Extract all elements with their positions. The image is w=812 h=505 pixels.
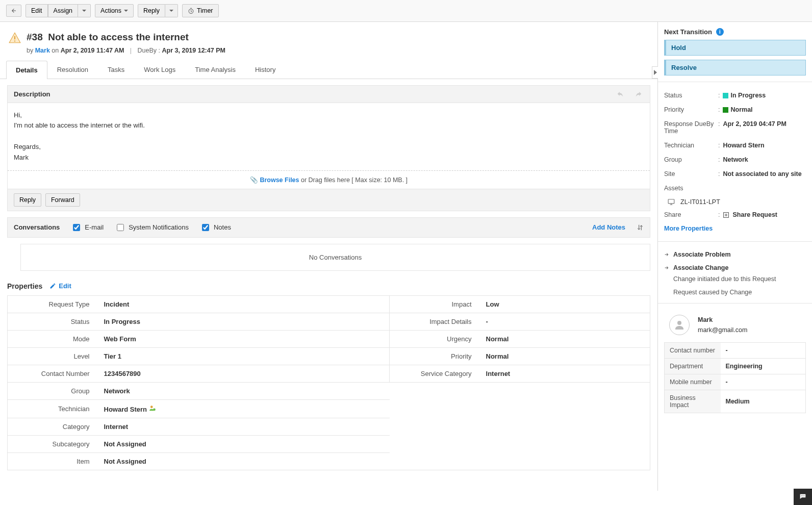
transition-hold-button[interactable]: Hold — [664, 40, 806, 56]
by-label: by — [27, 47, 33, 54]
tab-time-analysis[interactable]: Time Analysis — [185, 60, 245, 79]
more-properties-link[interactable]: More Properties — [664, 222, 713, 235]
share-value[interactable]: Share Request — [732, 211, 777, 218]
ticket-id: #38 — [27, 32, 43, 42]
svg-point-5 — [677, 321, 681, 325]
sort-toggle[interactable] — [637, 223, 644, 232]
prop-key: Request Type — [8, 295, 97, 313]
chevron-right-icon — [654, 70, 657, 75]
browse-files-link[interactable]: Browse Files — [260, 176, 299, 184]
arrow-left-icon — [11, 8, 17, 14]
prop-key: Contact Number — [8, 365, 97, 382]
caret-down-icon — [124, 10, 128, 12]
contact-value: Medium — [721, 390, 806, 413]
response-due-label: Response DueBy Time — [664, 120, 715, 135]
prop-key — [390, 382, 479, 399]
requester-name: Mark — [698, 316, 747, 323]
status-label: Status — [664, 92, 715, 99]
assets-label: Assets — [664, 185, 715, 192]
prop-value — [479, 452, 650, 470]
contact-key: Department — [665, 359, 721, 374]
desc-line: Regards, — [14, 142, 644, 153]
tab-details[interactable]: Details — [6, 61, 47, 79]
group-value: Network — [723, 156, 806, 163]
info-icon[interactable]: i — [716, 28, 724, 36]
prop-value: Not Assigned — [97, 435, 390, 452]
associate-change-link[interactable]: Associate Change — [664, 261, 806, 274]
prop-value: Incident — [97, 295, 390, 313]
sysnotif-checkbox[interactable] — [117, 224, 124, 231]
desc-forward-button[interactable]: Forward — [45, 193, 80, 207]
associate-problem-link[interactable]: Associate Problem — [664, 248, 806, 261]
chat-button[interactable] — [794, 489, 812, 491]
email-checkbox[interactable] — [73, 224, 80, 231]
actions-button[interactable]: Actions — [95, 4, 134, 17]
conversations-empty: No Conversations — [20, 244, 650, 271]
requester-details-table: Contact number-DepartmentEngineeringMobi… — [664, 342, 806, 413]
ticket-header: #38 Not able to access the internet by M… — [0, 22, 657, 60]
prop-value: Not Assigned — [97, 452, 390, 470]
filter-system-notifications[interactable]: System Notifications — [115, 222, 189, 233]
forward-arrow-icon[interactable] — [633, 90, 644, 97]
prop-value — [479, 399, 650, 418]
monitor-icon — [667, 198, 675, 206]
contact-value: - — [721, 374, 806, 390]
prop-key: Priority — [390, 347, 479, 365]
tab-resolution[interactable]: Resolution — [47, 60, 98, 79]
filter-notes[interactable]: Notes — [200, 222, 231, 233]
reply-arrow-icon[interactable] — [615, 90, 625, 97]
prop-key: Mode — [8, 330, 97, 347]
timer-button[interactable]: Timer — [182, 4, 218, 17]
reply-more-button[interactable] — [165, 4, 178, 17]
tab-history[interactable]: History — [245, 60, 285, 79]
on-label: on — [52, 47, 59, 54]
drag-hint: or Drag files here [ Max size: 10 MB. ] — [299, 176, 408, 184]
asset-item[interactable]: ZL-IT011-LPT — [664, 195, 806, 208]
priority-value: Normal — [730, 106, 752, 113]
status-swatch — [723, 93, 728, 98]
edit-button[interactable]: Edit — [26, 4, 48, 17]
transition-resolve-button[interactable]: Resolve — [664, 60, 806, 75]
prop-value: Normal — [479, 330, 650, 347]
back-button[interactable] — [6, 5, 21, 17]
collapse-side-button[interactable] — [652, 66, 658, 79]
prop-key — [390, 452, 479, 470]
timer-icon — [188, 8, 194, 14]
filter-email[interactable]: E-mail — [71, 222, 104, 233]
edit-properties-link[interactable]: Edit — [49, 282, 71, 290]
author-link[interactable]: Mark — [35, 47, 50, 54]
associate-change-sub[interactable]: Change initiated due to this Request — [673, 274, 806, 284]
notes-checkbox[interactable] — [202, 224, 209, 231]
technician-label: Technician — [664, 142, 715, 149]
prop-value — [479, 435, 650, 452]
ticket-tabs: Details Resolution Tasks Work Logs Time … — [0, 60, 657, 79]
add-notes-link[interactable]: Add Notes — [592, 223, 625, 231]
assign-button[interactable]: Assign — [48, 4, 79, 17]
prop-value: - — [479, 313, 650, 330]
conversations-heading: Conversations — [14, 223, 60, 231]
prop-value: In Progress — [97, 313, 390, 330]
group-label: Group — [664, 156, 715, 163]
properties-table: Request TypeIncidentImpactLowStatusIn Pr… — [7, 295, 650, 470]
assign-more-button[interactable] — [78, 4, 91, 17]
tab-worklogs[interactable]: Work Logs — [134, 60, 185, 79]
prop-value — [479, 418, 650, 435]
status-value: In Progress — [730, 92, 766, 99]
svg-point-1 — [150, 406, 153, 408]
prop-key: Category — [8, 418, 97, 435]
dueby-label: DueBy : — [138, 47, 160, 54]
prop-value: Howard Stern — [97, 399, 390, 418]
user-icon — [673, 319, 686, 331]
reply-button[interactable]: Reply — [138, 4, 165, 17]
tab-tasks[interactable]: Tasks — [98, 60, 134, 79]
share-label: Share — [664, 211, 715, 218]
prop-value: Internet — [479, 365, 650, 382]
plus-icon[interactable] — [723, 212, 729, 218]
desc-reply-button[interactable]: Reply — [14, 193, 41, 207]
dueby-date: Apr 3, 2019 12:47 PM — [162, 47, 225, 54]
attachment-drop[interactable]: 📎 Browse Files or Drag files here [ Max … — [8, 170, 650, 189]
paperclip-icon: 📎 — [250, 176, 258, 184]
associate-change-sub[interactable]: Request caused by Change — [673, 288, 806, 297]
priority-swatch — [723, 107, 728, 113]
desc-line: I'm not able to access the internet or t… — [14, 120, 644, 131]
